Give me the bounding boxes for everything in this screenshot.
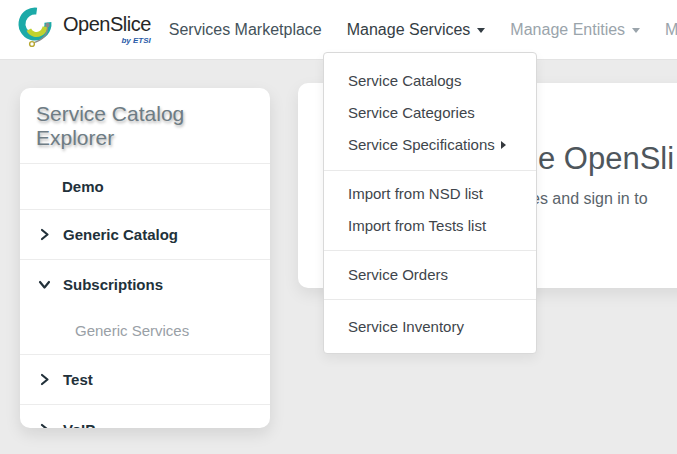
sidebar-item-subscriptions[interactable]: Subscriptions xyxy=(20,259,270,309)
chevron-right-icon xyxy=(38,228,51,241)
sidebar-subitem-generic-services[interactable]: Generic Services xyxy=(20,309,270,354)
dropdown-group: Import from NSD list Import from Tests l… xyxy=(324,170,536,250)
logo-title: OpenSlice xyxy=(63,13,151,35)
menu-item-import-from-nsd-list[interactable]: Import from NSD list xyxy=(324,178,536,210)
dropdown-group: Service Orders xyxy=(324,250,536,299)
chevron-right-icon xyxy=(38,423,51,428)
menu-item-service-inventory[interactable]: Service Inventory xyxy=(324,311,536,343)
manage-services-dropdown: Service Catalogs Service Categories Serv… xyxy=(323,52,537,354)
nav-item-services-marketplace[interactable]: Services Marketplace xyxy=(169,21,322,39)
chevron-down-icon xyxy=(38,278,51,291)
menu-item-import-from-tests-list[interactable]: Import from Tests list xyxy=(324,210,536,242)
logo-subtitle: by ETSI xyxy=(121,36,150,45)
service-catalog-explorer-panel: Service Catalog Explorer Demo Generic Ca… xyxy=(20,88,270,428)
welcome-heading: e OpenSli xyxy=(538,141,674,177)
panel-title: Service Catalog Explorer xyxy=(20,88,270,163)
menu-item-service-categories[interactable]: Service Categories xyxy=(324,97,536,129)
chevron-right-icon xyxy=(38,373,51,386)
menu-item-service-specifications[interactable]: Service Specifications xyxy=(324,129,536,161)
welcome-subtitle: es and sign in to xyxy=(531,190,648,208)
openslice-logo[interactable]: OpenSlice by ETSI xyxy=(13,4,151,55)
sidebar-item-generic-catalog[interactable]: Generic Catalog xyxy=(20,209,270,259)
main-nav: Services Marketplace Manage Services Man… xyxy=(169,21,677,39)
sidebar-item-demo[interactable]: Demo xyxy=(20,163,270,209)
dropdown-group: Service Inventory xyxy=(324,299,536,353)
nav-item-monitoring[interactable]: Monit xyxy=(665,21,677,39)
submenu-arrow-icon xyxy=(501,141,506,149)
dropdown-group: Service Catalogs Service Categories Serv… xyxy=(324,53,536,170)
menu-item-service-orders[interactable]: Service Orders xyxy=(324,259,536,291)
openslice-logo-icon xyxy=(13,4,59,55)
nav-item-manage-services[interactable]: Manage Services xyxy=(347,21,486,39)
chevron-down-icon xyxy=(477,28,485,33)
chevron-down-icon xyxy=(632,28,640,33)
menu-item-service-catalogs[interactable]: Service Catalogs xyxy=(324,65,536,97)
sidebar-item-voip[interactable]: VoIP xyxy=(20,404,270,428)
nav-item-manage-entities[interactable]: Manage Entities xyxy=(510,21,640,39)
top-navbar: OpenSlice by ETSI Services Marketplace M… xyxy=(0,0,677,60)
sidebar-item-test[interactable]: Test xyxy=(20,354,270,404)
